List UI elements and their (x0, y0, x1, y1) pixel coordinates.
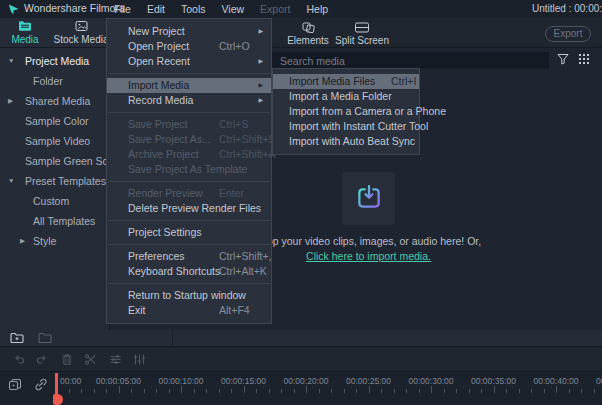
menubar-items: File Edit Tools View Export Help (106, 0, 336, 18)
menubar-item[interactable]: Export (252, 0, 298, 18)
menu-item-label: Keyboard Shortcuts (128, 265, 220, 277)
file-menu-item[interactable]: Project Settings ▶ (107, 225, 271, 240)
file-menu-item[interactable]: Save Project As Template ▶ (107, 162, 271, 177)
split-screen-button[interactable]: Split Screen (329, 21, 395, 46)
filter-icon[interactable] (557, 53, 569, 71)
import-drop-tile[interactable] (342, 172, 395, 225)
ruler-tick (369, 386, 370, 393)
sidebar-item[interactable]: ▼ ▶ Sample Video (0, 131, 109, 151)
ruler-tick (319, 389, 320, 393)
sidebar-item[interactable]: ▼ ▶ All Templates (0, 211, 109, 231)
menubar-item[interactable]: Edit (139, 0, 173, 18)
chevron-right-icon: ▶ (20, 231, 25, 251)
import-submenu-item[interactable]: Import with Instant Cutter Tool ▶ (273, 119, 419, 134)
ruler-tick (144, 389, 145, 393)
file-menu-item[interactable]: Return to Startup window ▶ (107, 288, 271, 303)
audio-mixer-icon[interactable] (132, 353, 147, 371)
ruler-tick (281, 389, 282, 393)
sidebar-item-label: Sample Video (25, 135, 90, 147)
import-submenu-item[interactable]: Import from a Camera or a Phone ▶ (273, 104, 419, 119)
timeline-track-header (0, 330, 602, 347)
ruler-tick (219, 389, 220, 393)
split-scissors-icon[interactable] (84, 353, 97, 371)
ruler-tick (356, 389, 357, 393)
redo-icon[interactable] (35, 354, 48, 372)
chevron-right-icon: ▶ (8, 91, 13, 111)
ruler-tick (569, 389, 570, 393)
ruler-tick (519, 389, 520, 393)
adjust-sliders-icon[interactable] (109, 353, 122, 371)
view-grid-icon[interactable] (578, 53, 590, 71)
file-menu-item[interactable]: Delete Preview Render Files ▶ (107, 201, 271, 216)
menu-item-label: Save Project As Template (128, 163, 247, 175)
sidebar-item-label: Custom (33, 195, 69, 207)
sidebar-item-label: Shared Media (25, 95, 90, 107)
sidebar-item-label: Folder (33, 75, 63, 87)
search-input[interactable] (272, 52, 549, 69)
submenu-arrow-icon: ▶ (258, 78, 263, 93)
file-menu-item[interactable]: Open Project Ctrl+O ▶ (107, 39, 271, 54)
tab-stock-media[interactable]: Stock Media (50, 20, 112, 45)
sidebar-item[interactable]: ▼ ▶ Preset TemplatesNew! (0, 171, 109, 191)
ruler-tick (94, 389, 95, 393)
import-submenu-item[interactable]: Import a Media Folder ▶ (273, 89, 419, 104)
export-button[interactable]: Export (545, 26, 591, 42)
file-menu-item[interactable]: Preferences Ctrl+Shift+, ▶ (107, 249, 271, 264)
import-submenu-item[interactable]: Import with Auto Beat Sync ▶ (273, 134, 419, 149)
menu-item-shortcut: Enter (219, 186, 244, 201)
file-menu-item[interactable]: Record Media ▶ (107, 93, 271, 108)
sidebar-item[interactable]: ▼ ▶ Style (0, 231, 109, 251)
split-screen-icon (329, 21, 395, 34)
media-folder-icon (6, 20, 44, 33)
ruler-tick (106, 389, 107, 393)
menu-item-label: Preferences (128, 250, 185, 262)
menu-item-label: Open Recent (128, 55, 190, 67)
file-menu-item[interactable]: Save Project As... Ctrl+Shift+S ▶ (107, 132, 271, 147)
menu-item-label: New Project (128, 25, 185, 37)
ruler-tick (581, 389, 582, 393)
sidebar-item[interactable]: ▼ ▶ Shared Media (0, 91, 109, 111)
menu-item-shortcut: Ctrl+I (391, 74, 416, 89)
menu-item-label: Import with Instant Cutter Tool (289, 120, 428, 132)
file-menu-item[interactable]: Save Project Ctrl+S ▶ (107, 117, 271, 132)
file-menu-item[interactable]: Import Media ▶ (107, 78, 271, 93)
menubar-item[interactable]: File (106, 0, 139, 18)
elements-button[interactable]: Elements (283, 21, 333, 46)
menu-item-label: Save Project (128, 118, 188, 130)
tab-stock-label: Stock Media (53, 34, 108, 45)
menubar-item[interactable]: Help (298, 0, 336, 18)
elements-label: Elements (287, 35, 329, 46)
menu-item-shortcut: Ctrl+S (219, 117, 248, 132)
ruler-tick (169, 389, 170, 393)
filmora-window: Wondershare Filmora File Edit Tools View… (0, 0, 602, 405)
sidebar-item[interactable]: ▼ ▶ Sample Color (0, 111, 109, 131)
ruler-timestamp: 00:00:35:00 (471, 376, 516, 386)
ruler-tick (331, 389, 332, 393)
ruler-timestamp: 00:00:25:00 (346, 376, 391, 386)
ruler-tick (269, 389, 270, 393)
tab-media[interactable]: Media (6, 20, 44, 45)
ruler-tick (406, 389, 407, 393)
ruler-tick (181, 386, 182, 393)
ruler-tick (419, 389, 420, 393)
file-menu-item[interactable]: Open Recent ▶ (107, 54, 271, 69)
sidebar-item[interactable]: ▼ ▶ Project Media (0, 51, 109, 71)
file-menu-item[interactable]: New Project ▶ (107, 24, 271, 39)
file-menu-item[interactable]: Archive Project Ctrl+Shift+A ▶ (107, 147, 271, 162)
import-submenu-item[interactable]: Import Media Files Ctrl+I ▶ (273, 74, 419, 89)
file-menu: New Project ▶ Open Project Ctrl+O ▶ Open… (106, 18, 272, 324)
menubar-item[interactable]: View (214, 0, 253, 18)
filmora-logo-icon (7, 3, 20, 16)
sidebar-item[interactable]: ▼ ▶ Custom (0, 191, 109, 211)
sidebar-item[interactable]: ▼ ▶ Sample Green Screen (0, 151, 109, 171)
ruler-tick (244, 386, 245, 393)
undo-icon[interactable] (13, 354, 26, 372)
menu-item-label: Delete Preview Render Files (128, 202, 261, 214)
file-menu-item[interactable]: Exit Alt+F4 ▶ (107, 303, 271, 318)
file-menu-item[interactable]: Render Preview Enter ▶ (107, 186, 271, 201)
file-menu-item[interactable]: Keyboard Shortcuts Ctrl+Alt+K ▶ (107, 264, 271, 279)
timeline-ruler[interactable]: 00:0000:00:05:0000:00:10:0000:00:15:0000… (0, 373, 602, 405)
menubar-item[interactable]: Tools (173, 0, 214, 18)
delete-icon[interactable] (61, 353, 73, 371)
sidebar-item[interactable]: ▼ ▶ Folder (0, 71, 109, 91)
